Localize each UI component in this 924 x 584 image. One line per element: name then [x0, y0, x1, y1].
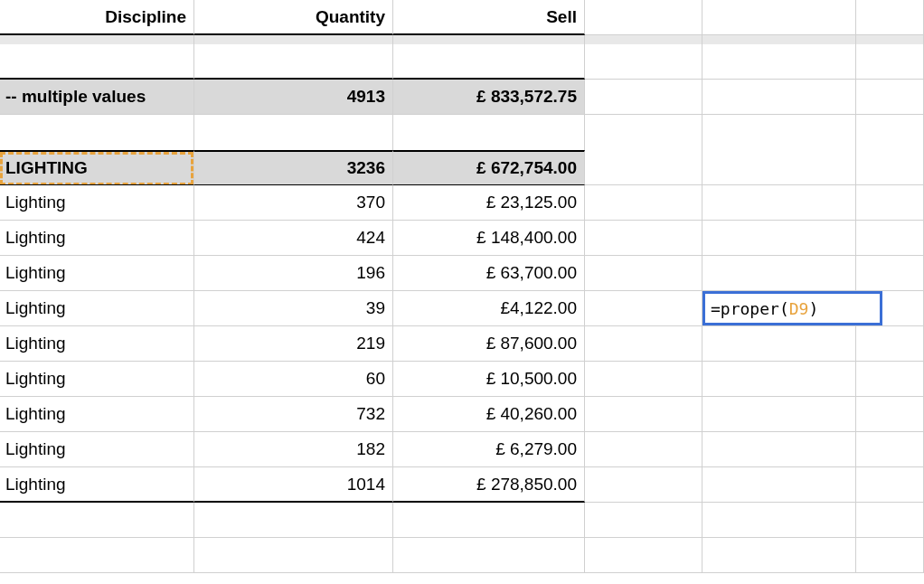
- cell-sell[interactable]: £ 10,500.00: [393, 362, 585, 397]
- spreadsheet-grid[interactable]: Discipline Quantity Sell -- multiple val…: [0, 0, 924, 573]
- cell-empty[interactable]: [702, 44, 856, 80]
- cell-quantity[interactable]: 182: [194, 432, 393, 467]
- cell-empty[interactable]: [856, 185, 924, 221]
- formula-editor[interactable]: =proper(D9): [702, 291, 882, 325]
- cell-sell[interactable]: £ 6,279.00: [393, 432, 585, 467]
- cell-empty[interactable]: [585, 221, 702, 256]
- cell-discipline[interactable]: Lighting: [0, 256, 194, 291]
- cell-empty[interactable]: [856, 44, 924, 80]
- cell-empty[interactable]: [585, 115, 702, 150]
- cell-quantity[interactable]: 732: [194, 397, 393, 432]
- spacer: [585, 35, 702, 44]
- cell-empty[interactable]: [702, 538, 856, 573]
- cell-empty[interactable]: [856, 150, 924, 185]
- cell-empty[interactable]: [856, 467, 924, 503]
- cell-empty[interactable]: [194, 44, 393, 80]
- header-quantity[interactable]: Quantity: [194, 0, 393, 35]
- group-quantity[interactable]: 3236: [194, 150, 393, 185]
- cell-empty[interactable]: [856, 0, 924, 35]
- cell-empty[interactable]: [702, 80, 856, 115]
- cell-discipline[interactable]: Lighting: [0, 221, 194, 256]
- cell-empty[interactable]: [585, 432, 702, 467]
- cell-empty[interactable]: [856, 538, 924, 573]
- cell-empty[interactable]: [585, 80, 702, 115]
- cell-empty[interactable]: [702, 362, 856, 397]
- cell-empty[interactable]: [702, 0, 856, 35]
- cell-empty[interactable]: [856, 256, 924, 291]
- cell-empty[interactable]: [702, 185, 856, 221]
- cell-quantity[interactable]: 39: [194, 291, 393, 326]
- cell-empty[interactable]: [702, 326, 856, 362]
- group-sell[interactable]: £ 672,754.00: [393, 150, 585, 185]
- cell-quantity[interactable]: 219: [194, 326, 393, 362]
- cell-quantity[interactable]: 424: [194, 221, 393, 256]
- cell-quantity[interactable]: 370: [194, 185, 393, 221]
- cell-sell[interactable]: £ 148,400.00: [393, 221, 585, 256]
- cell-empty[interactable]: [856, 362, 924, 397]
- cell-empty[interactable]: [393, 115, 585, 150]
- cell-empty[interactable]: [585, 362, 702, 397]
- cell-empty[interactable]: [0, 115, 194, 150]
- cell-empty[interactable]: [0, 44, 194, 80]
- cell-empty[interactable]: [585, 185, 702, 221]
- cell-empty[interactable]: [702, 467, 856, 503]
- header-sell[interactable]: Sell: [393, 0, 585, 35]
- cell-sell[interactable]: £ 278,850.00: [393, 467, 585, 503]
- cell-sell[interactable]: £ 63,700.00: [393, 256, 585, 291]
- cell-empty[interactable]: [585, 256, 702, 291]
- cell-empty[interactable]: [393, 44, 585, 80]
- cell-discipline[interactable]: Lighting: [0, 326, 194, 362]
- cell-sell[interactable]: £ 23,125.00: [393, 185, 585, 221]
- cell-empty[interactable]: [702, 115, 856, 150]
- cell-empty[interactable]: [194, 538, 393, 573]
- cell-sell[interactable]: £4,122.00: [393, 291, 585, 326]
- cell-empty[interactable]: [856, 432, 924, 467]
- cell-empty[interactable]: [0, 503, 194, 538]
- cell-discipline[interactable]: Lighting: [0, 397, 194, 432]
- cell-empty[interactable]: [393, 503, 585, 538]
- formula-function-name: proper: [721, 299, 779, 318]
- cell-empty[interactable]: [856, 221, 924, 256]
- cell-discipline[interactable]: Lighting: [0, 362, 194, 397]
- cell-discipline[interactable]: Lighting: [0, 432, 194, 467]
- cell-empty[interactable]: [585, 326, 702, 362]
- cell-empty[interactable]: [0, 538, 194, 573]
- cell-empty[interactable]: [856, 397, 924, 432]
- summary-sell[interactable]: £ 833,572.75: [393, 80, 585, 115]
- cell-empty[interactable]: [585, 291, 702, 326]
- cell-empty[interactable]: [856, 80, 924, 115]
- summary-label[interactable]: -- multiple values: [0, 80, 194, 115]
- spacer: [856, 35, 924, 44]
- formula-editing-cell[interactable]: =proper(D9): [702, 291, 856, 326]
- cell-empty[interactable]: [393, 538, 585, 573]
- summary-quantity[interactable]: 4913: [194, 80, 393, 115]
- cell-discipline[interactable]: Lighting: [0, 467, 194, 503]
- cell-empty[interactable]: [702, 432, 856, 467]
- cell-empty[interactable]: [702, 221, 856, 256]
- cell-empty[interactable]: [856, 326, 924, 362]
- cell-empty[interactable]: [194, 115, 393, 150]
- cell-empty[interactable]: [585, 150, 702, 185]
- cell-empty[interactable]: [585, 0, 702, 35]
- cell-sell[interactable]: £ 87,600.00: [393, 326, 585, 362]
- cell-empty[interactable]: [585, 467, 702, 503]
- cell-quantity[interactable]: 60: [194, 362, 393, 397]
- cell-sell[interactable]: £ 40,260.00: [393, 397, 585, 432]
- cell-quantity[interactable]: 196: [194, 256, 393, 291]
- cell-empty[interactable]: [585, 397, 702, 432]
- cell-empty[interactable]: [702, 397, 856, 432]
- cell-discipline[interactable]: Lighting: [0, 291, 194, 326]
- header-discipline[interactable]: Discipline: [0, 0, 194, 35]
- cell-empty[interactable]: [194, 503, 393, 538]
- cell-empty[interactable]: [585, 503, 702, 538]
- cell-empty[interactable]: [702, 150, 856, 185]
- cell-empty[interactable]: [585, 44, 702, 80]
- cell-empty[interactable]: [856, 503, 924, 538]
- cell-empty[interactable]: [702, 503, 856, 538]
- cell-discipline[interactable]: Lighting: [0, 185, 194, 221]
- cell-empty[interactable]: [585, 538, 702, 573]
- cell-quantity[interactable]: 1014: [194, 467, 393, 503]
- cell-empty[interactable]: [702, 256, 856, 291]
- cell-empty[interactable]: [856, 115, 924, 150]
- group-label-cell[interactable]: LIGHTING: [0, 150, 194, 185]
